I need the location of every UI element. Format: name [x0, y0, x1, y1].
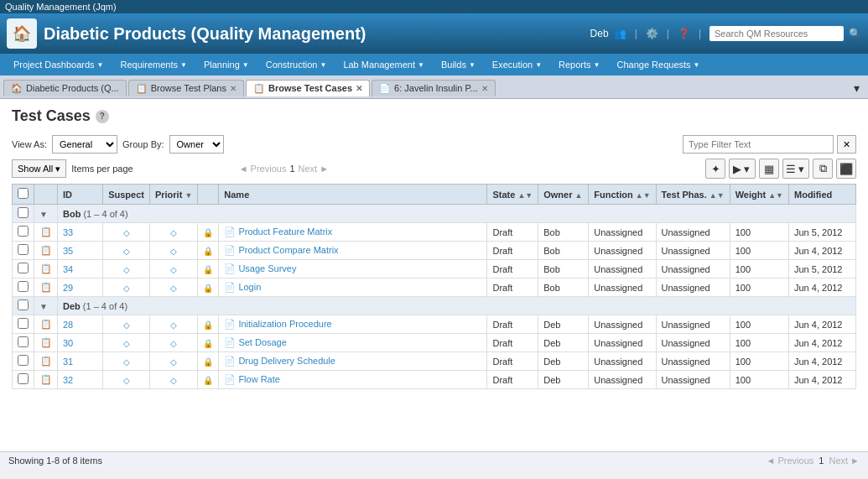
select-all-checkbox[interactable]	[18, 188, 29, 199]
row-name[interactable]: 📄 Set Dosage	[219, 334, 487, 352]
name-link[interactable]: Product Feature Matrix	[238, 226, 332, 237]
row-name[interactable]: 📄 Login	[219, 279, 487, 297]
row-id[interactable]: 35	[58, 242, 103, 260]
row-name[interactable]: 📄 Usage Survey	[219, 260, 487, 279]
gear-icon[interactable]: ⚙️	[646, 28, 658, 39]
more-options-button[interactable]: ⬛	[836, 159, 856, 179]
prev-page-button[interactable]: ◄ Previous	[239, 164, 287, 174]
name-link[interactable]: Initialization Procedure	[238, 319, 331, 329]
id-link[interactable]: 28	[63, 320, 73, 330]
name-link[interactable]: Drug Delivery Schedule	[238, 356, 335, 366]
col-header-owner[interactable]: Owner ▲	[538, 185, 589, 205]
collapse-icon[interactable]: ▼	[39, 210, 48, 219]
bottom-next-button[interactable]: Next ►	[829, 456, 860, 466]
row-checkbox[interactable]	[18, 244, 29, 255]
row-checkbox[interactable]	[18, 226, 29, 237]
group-checkbox[interactable]	[18, 299, 29, 310]
row-checkbox-cell[interactable]	[13, 371, 34, 389]
nav-item-labmanagement[interactable]: Lab Management ▼	[335, 56, 433, 73]
row-name[interactable]: 📄 Flow Rate	[219, 371, 487, 389]
show-all-button[interactable]: Show All ▾	[12, 159, 66, 178]
collapse-icon[interactable]: ▼	[39, 302, 48, 311]
next-page-button[interactable]: Next ►	[299, 164, 330, 174]
id-link[interactable]: 33	[63, 227, 73, 237]
play-button[interactable]: ▶ ▾	[729, 159, 756, 179]
help-tooltip-icon[interactable]: ?	[96, 110, 109, 123]
col-header-priority[interactable]: Priorit ▼	[149, 185, 197, 205]
row-id[interactable]: 29	[58, 279, 103, 297]
row-id[interactable]: 33	[58, 223, 103, 242]
id-link[interactable]: 30	[63, 338, 73, 348]
filter-clear-button[interactable]: ✕	[837, 135, 856, 154]
col-header-state[interactable]: State ▲▼	[487, 185, 538, 205]
row-checkbox[interactable]	[18, 281, 29, 292]
group-checkbox-cell[interactable]	[13, 205, 34, 223]
row-checkbox[interactable]	[18, 336, 29, 347]
row-id[interactable]: 32	[58, 371, 103, 389]
nav-item-requirements[interactable]: Requirements ▼	[112, 56, 195, 73]
nav-item-dashboards[interactable]: Project Dashboards ▼	[5, 56, 112, 73]
bottom-prev-button[interactable]: ◄ Previous	[767, 456, 814, 466]
gold-star-button[interactable]: ✦	[705, 159, 725, 179]
row-id[interactable]: 31	[58, 352, 103, 371]
name-link[interactable]: Flow Rate	[238, 374, 280, 384]
col-header-name[interactable]: Name	[219, 185, 487, 205]
col-header-modified[interactable]: Modified	[789, 185, 856, 205]
copy-button[interactable]: ⧉	[813, 159, 833, 179]
row-checkbox-cell[interactable]	[13, 334, 34, 352]
nav-item-reports[interactable]: Reports ▼	[550, 56, 608, 73]
col-header-checkbox[interactable]	[13, 185, 34, 205]
col-header-function[interactable]: Function ▲▼	[589, 185, 656, 205]
row-name[interactable]: 📄 Product Feature Matrix	[219, 223, 487, 242]
grid-view-button[interactable]: ▦	[759, 159, 779, 179]
id-link[interactable]: 35	[63, 246, 73, 256]
header-search-input[interactable]	[709, 26, 844, 41]
nav-item-planning[interactable]: Planning ▼	[195, 56, 257, 73]
name-link[interactable]: Product Compare Matrix	[238, 245, 338, 255]
tab-close-icon[interactable]: ✕	[356, 84, 362, 93]
search-icon[interactable]: 🔍	[849, 28, 861, 39]
group-expand-cell[interactable]: ▼	[34, 297, 58, 315]
row-id[interactable]: 28	[58, 315, 103, 334]
col-header-weight[interactable]: Weight ▲▼	[730, 185, 788, 205]
row-checkbox-cell[interactable]	[13, 352, 34, 371]
col-header-testphase[interactable]: Test Phas. ▲▼	[656, 185, 730, 205]
tab-diabetic-products[interactable]: 🏠 Diabetic Products (Q...	[3, 80, 127, 96]
tab-close-icon[interactable]: ✕	[481, 84, 488, 93]
row-checkbox-cell[interactable]	[13, 223, 34, 242]
id-link[interactable]: 31	[63, 357, 73, 367]
row-name[interactable]: 📄 Product Compare Matrix	[219, 242, 487, 260]
nav-item-execution[interactable]: Execution ▼	[484, 56, 550, 73]
table-options-button[interactable]: ☰ ▾	[782, 159, 809, 179]
nav-item-construction[interactable]: Construction ▼	[257, 56, 335, 73]
tab-browse-test-cases[interactable]: 📋 Browse Test Cases ✕	[246, 80, 370, 96]
id-link[interactable]: 29	[63, 283, 73, 293]
group-by-select[interactable]: Owner State Priority	[169, 135, 224, 154]
row-checkbox-cell[interactable]	[13, 260, 34, 279]
group-checkbox-cell[interactable]	[13, 297, 34, 315]
name-link[interactable]: Set Dosage	[238, 337, 286, 347]
tabs-dropdown[interactable]: ▾	[849, 80, 865, 96]
row-name[interactable]: 📄 Drug Delivery Schedule	[219, 352, 487, 371]
tab-javelin-insulin[interactable]: 📄 6: Javelin Insulin P... ✕	[372, 80, 495, 96]
tab-close-icon[interactable]: ✕	[230, 84, 236, 93]
row-checkbox[interactable]	[18, 373, 29, 384]
tab-browse-test-plans[interactable]: 📋 Browse Test Plans ✕	[128, 80, 244, 96]
row-checkbox[interactable]	[18, 263, 29, 273]
row-checkbox[interactable]	[18, 355, 29, 366]
row-checkbox-cell[interactable]	[13, 242, 34, 260]
nav-item-builds[interactable]: Builds ▼	[433, 56, 484, 73]
nav-item-changerequests[interactable]: Change Requests ▼	[609, 56, 709, 73]
col-header-suspect[interactable]: Suspect	[103, 185, 150, 205]
app-logo[interactable]: 🏠	[7, 18, 37, 49]
row-name[interactable]: 📄 Initialization Procedure	[219, 315, 487, 334]
row-id[interactable]: 30	[58, 334, 103, 352]
id-link[interactable]: 32	[63, 375, 73, 385]
view-as-select[interactable]: General Detail Summary	[52, 135, 117, 154]
name-link[interactable]: Login	[238, 282, 261, 292]
group-checkbox[interactable]	[18, 207, 29, 218]
col-header-id[interactable]: ID	[58, 185, 103, 205]
filter-input[interactable]	[683, 135, 834, 154]
group-expand-cell[interactable]: ▼	[34, 205, 58, 223]
row-checkbox[interactable]	[18, 318, 29, 329]
